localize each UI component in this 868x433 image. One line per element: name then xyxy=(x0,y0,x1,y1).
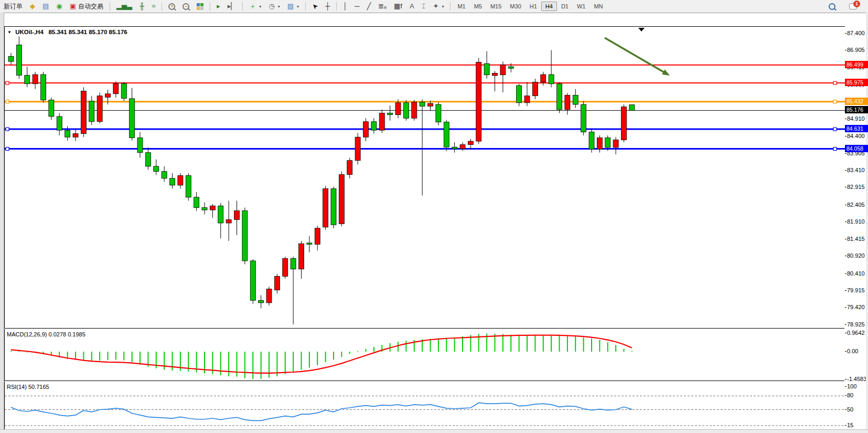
text-label-icon[interactable]: ⌶ xyxy=(419,2,429,11)
new-order-button[interactable]: 新订单 xyxy=(1,1,26,12)
candle xyxy=(323,186,328,230)
cursor-icon[interactable]: ➤ xyxy=(309,2,321,11)
candle xyxy=(274,274,280,293)
candle xyxy=(283,257,288,279)
candle xyxy=(242,207,248,264)
timeframe-button-m1[interactable]: M1 xyxy=(453,2,469,11)
candlestick-chart-icon[interactable]: ╫ xyxy=(136,2,147,11)
macd-tick-label: 0.00 xyxy=(847,348,858,354)
candle xyxy=(468,139,473,149)
zoom-out-icon: − xyxy=(183,3,189,10)
add-indicator-icon[interactable]: ＋▾ xyxy=(246,2,264,11)
terminal-icon[interactable]: ▤ xyxy=(39,2,52,11)
candle xyxy=(524,82,530,106)
candle xyxy=(517,84,522,107)
chart-shift-icon: ▸▏ xyxy=(228,3,237,10)
periods-clock-icon: ◷ xyxy=(269,3,274,10)
fibonacci-fan-icon[interactable]: ▦f xyxy=(391,2,405,11)
candle xyxy=(299,241,304,279)
timeframe-button-mn[interactable]: MN xyxy=(590,2,607,11)
timeframe-button-m5[interactable]: M5 xyxy=(470,2,486,11)
tile-windows-icon[interactable] xyxy=(194,2,207,11)
macd-chart xyxy=(5,329,845,381)
vertical-line-icon[interactable]: │ xyxy=(340,2,350,11)
toolbar-separator xyxy=(110,2,110,10)
line-anchor-icon xyxy=(6,100,9,103)
fibonacci-icon: ≣ₑ xyxy=(378,3,387,10)
timeframe-button-m15[interactable]: M15 xyxy=(486,2,506,11)
candle xyxy=(186,173,191,200)
notifications-button[interactable]: 1 xyxy=(846,2,860,10)
candle xyxy=(234,200,240,235)
candle xyxy=(436,102,441,125)
market-watch-icon[interactable]: ◆ xyxy=(27,2,38,11)
candle xyxy=(266,287,272,305)
timeframe-button-m30[interactable]: M30 xyxy=(506,2,525,11)
horizontal-line-icon[interactable]: ─ xyxy=(351,2,362,11)
auto-scroll-icon[interactable]: ▸ xyxy=(213,2,223,11)
timeframe-button-h4[interactable]: H4 xyxy=(541,2,557,11)
text-icon[interactable]: A xyxy=(406,2,417,11)
autotrade-button[interactable]: ▣自动交易 xyxy=(67,1,106,12)
candle xyxy=(549,50,554,88)
shapes-icon[interactable]: ✦▾ xyxy=(430,2,447,11)
search-icon xyxy=(829,3,835,10)
candle xyxy=(355,133,360,164)
toolbar-separator xyxy=(210,2,210,10)
horizontal-line-icon: ─ xyxy=(355,3,359,10)
candle xyxy=(73,130,78,141)
collapse-chart-icon[interactable]: ▼ xyxy=(7,30,12,35)
price-level-badge-84.631: 84.631 xyxy=(845,125,868,132)
tile-windows-icon xyxy=(197,3,203,10)
candle xyxy=(162,166,167,182)
add-indicator-icon: ＋ xyxy=(249,3,256,10)
candle xyxy=(170,173,175,188)
macd-pane[interactable] xyxy=(4,329,845,381)
candle xyxy=(500,61,506,92)
toolbar-separator xyxy=(305,2,306,10)
trading-terminal: { "toolbar": { "items": [ {"type":"text"… xyxy=(0,0,868,433)
zoom-in-icon[interactable]: + xyxy=(165,2,178,11)
price-tick-label: 78.925 xyxy=(847,321,865,328)
timeframe-button-d1[interactable]: D1 xyxy=(557,2,573,11)
rsi-tick-label: 80 xyxy=(847,392,853,398)
price-axis[interactable]: 87.40086.90586.41085.90084.91084.40083.9… xyxy=(845,26,866,433)
timeframe-button-h1[interactable]: H1 xyxy=(526,2,541,11)
candle xyxy=(97,92,102,123)
candle xyxy=(145,147,151,170)
chart-shift-icon[interactable]: ▸▏ xyxy=(224,2,240,11)
rsi-pane[interactable] xyxy=(4,382,845,433)
candle xyxy=(81,87,86,137)
text-label-icon: ⌶ xyxy=(422,3,426,10)
line-anchor-icon xyxy=(6,128,9,131)
price-chart-pane[interactable] xyxy=(4,26,845,329)
candle xyxy=(621,104,627,142)
periods-clock-icon[interactable]: ◷▾ xyxy=(265,2,283,11)
crosshair-icon[interactable]: ┼ xyxy=(322,2,333,11)
candle xyxy=(226,200,231,241)
candle xyxy=(581,101,586,135)
candle xyxy=(8,53,14,65)
candle xyxy=(137,132,143,157)
line-anchor-icon xyxy=(833,81,837,85)
bar-chart-icon[interactable]: ▂▅▃ xyxy=(113,2,135,11)
search-button[interactable] xyxy=(826,2,839,11)
zoom-out-icon[interactable]: − xyxy=(179,2,192,11)
line-anchor-icon xyxy=(833,100,837,103)
candle xyxy=(331,187,336,228)
macd-tick-label: -1.4583 xyxy=(847,376,866,382)
candle xyxy=(218,203,223,238)
template-icon[interactable]: ▨▾ xyxy=(284,2,302,11)
timeframe-button-w1[interactable]: W1 xyxy=(573,2,590,11)
line-chart-icon[interactable]: ≈ xyxy=(148,2,158,11)
fibonacci-icon[interactable]: ≣ₑ xyxy=(375,2,390,11)
market-watch-icon: ◆ xyxy=(30,3,35,10)
candle xyxy=(484,51,489,78)
signals-icon[interactable]: ◉ xyxy=(53,2,65,11)
chart-ohlc-values: 85.341 85.341 85.170 85.176 xyxy=(48,29,127,35)
candle xyxy=(315,226,320,250)
trendline-icon[interactable]: ╱ xyxy=(364,2,374,11)
trend-arrow xyxy=(605,38,666,73)
zoom-in-icon: + xyxy=(168,3,175,10)
price-tick-label: 80.410 xyxy=(847,270,865,277)
